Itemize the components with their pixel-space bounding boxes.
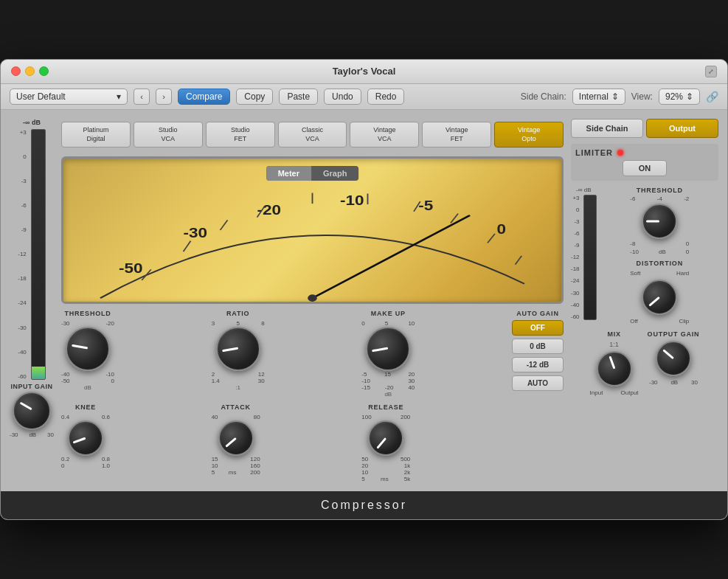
threshold-section: THRESHOLD -30-20 -40-10 -500 dB	[61, 310, 114, 398]
knee-label: KNEE	[75, 403, 96, 411]
title-bar-left	[11, 66, 49, 76]
dist-soft-label: Soft	[630, 270, 640, 277]
release-section: RELEASE 100200 50500 201k 102	[361, 403, 410, 482]
copy-button[interactable]: Copy	[236, 89, 273, 105]
right-meter-controls: -∞ dB +3 0 -3 -6 -9 -12 -18 -24 -30	[571, 187, 718, 325]
auto-gain-label: AUTO GAIN	[516, 310, 559, 317]
graph-tab[interactable]: Graph	[311, 166, 358, 181]
nav-back-button[interactable]: ‹	[134, 89, 150, 105]
preset-value: User Default	[16, 91, 66, 102]
model-platinum-digital[interactable]: PlatinumDigital	[61, 122, 131, 148]
plugin-name: Compressor	[321, 499, 407, 511]
input-vu-bar	[32, 367, 45, 379]
dist-clip-label: Clip	[679, 318, 690, 325]
threshold-knob[interactable]	[66, 327, 110, 371]
link-icon[interactable]: 🔗	[706, 91, 718, 103]
svg-line-16	[313, 216, 470, 299]
svg-line-15	[516, 256, 522, 265]
distortion-knob[interactable]	[642, 280, 677, 315]
svg-text:0: 0	[497, 222, 507, 236]
auto-btn[interactable]: AUTO	[512, 375, 564, 391]
controls-row-1: THRESHOLD -30-20 -40-10 -500 dB	[61, 310, 564, 398]
model-selector: PlatinumDigital StudioVCA StudioFET Clas…	[61, 119, 564, 150]
attack-section: ATTACK 4080 15120 10160 5ms20	[212, 403, 260, 482]
vu-display: Meter Graph -50 -30	[61, 156, 564, 304]
output-button[interactable]: Output	[646, 119, 718, 138]
release-label: RELEASE	[368, 403, 403, 411]
mix-section: MIX 1:1 Input Output	[590, 330, 639, 396]
model-vintage-vca[interactable]: VintageVCA	[350, 122, 419, 148]
input-gain-section: INPUT GAIN -30 dB 30	[10, 383, 54, 438]
input-gain-knob[interactable]	[13, 392, 51, 430]
view-value-display[interactable]: 92% ⇕	[659, 89, 700, 105]
toolbar: User Default ▾ ‹ › Compare Copy Paste Un…	[1, 84, 727, 110]
model-classic-vca[interactable]: ClassicVCA	[278, 122, 347, 148]
svg-line-7	[184, 241, 191, 252]
mix-knob[interactable]	[597, 351, 632, 386]
attack-knob[interactable]	[218, 420, 254, 456]
view-percentage: 92%	[665, 91, 683, 102]
right-vu-meter	[583, 195, 597, 320]
chevron-down-icon: ▾	[117, 91, 121, 102]
main-body: -∞ dB +3 0 -3 -6 -9 -12 -18 -24 -30 -40 …	[1, 110, 727, 491]
output-gain-knob[interactable]	[656, 341, 691, 376]
attack-label: ATTACK	[221, 403, 250, 411]
sidechain-dropdown[interactable]: Internal ⇕	[572, 89, 625, 105]
svg-text:-30: -30	[184, 226, 208, 240]
preset-dropdown[interactable]: User Default ▾	[10, 89, 128, 105]
auto-gain-0db-button[interactable]: 0 dB	[512, 339, 564, 354]
input-gain-scale: -30 dB 30	[10, 431, 54, 438]
knee-knob[interactable]	[68, 420, 103, 456]
close-button[interactable]	[11, 66, 21, 76]
knee-section: KNEE 0.40.6 0.20.8 01.0	[61, 403, 110, 482]
limiter-section: LIMITER ON	[571, 144, 718, 181]
output-gain-section: OUTPUT GAIN -30 dB 30	[648, 330, 700, 396]
model-studio-fet[interactable]: StudioFET	[206, 122, 275, 148]
model-vintage-opto[interactable]: VintageOpto	[494, 122, 564, 148]
title-bar: Taylor's Vocal ⤢	[1, 60, 727, 84]
ratio-knob[interactable]	[216, 327, 260, 371]
limiter-led	[617, 150, 623, 156]
distortion-section: DISTORTION Soft Hard Off Clip	[601, 260, 718, 325]
auto-gain-12db-button[interactable]: -12 dB	[512, 357, 564, 372]
right-threshold-section: THRESHOLD -6-4-2 -80 -10dB0	[601, 187, 718, 255]
makeup-section: MAKE UP 0510 -51520 -1030 -15	[361, 310, 415, 398]
expand-button[interactable]: ⤢	[705, 66, 717, 77]
mix-output-row: MIX 1:1 Input Output OUTPUT GAIN -30 dB …	[571, 330, 718, 396]
release-knob[interactable]	[368, 420, 403, 456]
compare-button[interactable]: Compare	[178, 89, 230, 105]
input-gain-label: INPUT GAIN	[10, 383, 52, 390]
minimize-button[interactable]	[25, 66, 35, 76]
title-bar-right: ⤢	[705, 66, 717, 77]
sidechain-value: Internal	[579, 91, 609, 102]
meter-tab[interactable]: Meter	[266, 166, 311, 181]
redo-button[interactable]: Redo	[367, 89, 405, 105]
svg-point-17	[308, 294, 317, 302]
center-panel: PlatinumDigital StudioVCA StudioFET Clas…	[61, 119, 564, 482]
sidechain-label: Side Chain:	[521, 91, 566, 102]
right-vu-section: -∞ dB +3 0 -3 -6 -9 -12 -18 -24 -30	[571, 187, 597, 325]
model-studio-vca[interactable]: StudioVCA	[134, 122, 203, 148]
model-vintage-fet[interactable]: VintageFET	[422, 122, 491, 148]
maximize-button[interactable]	[39, 66, 49, 76]
traffic-lights	[11, 66, 49, 76]
bottom-bar: Compressor	[1, 491, 727, 519]
sidechain-button[interactable]: Side Chain	[571, 119, 643, 138]
ratio-section: RATIO 358 212 1.430 :1	[212, 310, 265, 398]
limiter-on-button[interactable]: ON	[623, 160, 667, 176]
svg-line-6	[142, 270, 151, 281]
svg-text:-50: -50	[119, 262, 143, 276]
makeup-label: MAKE UP	[371, 310, 406, 317]
limiter-label: LIMITER	[575, 148, 613, 157]
makeup-knob[interactable]	[366, 327, 410, 371]
nav-forward-button[interactable]: ›	[156, 89, 172, 105]
right-threshold-knob[interactable]	[642, 204, 677, 239]
auto-gain-off-button[interactable]: OFF	[512, 320, 564, 336]
ratio-label: RATIO	[226, 310, 249, 317]
meter-graph-tabs: Meter Graph	[266, 166, 359, 181]
right-panel: Side Chain Output LIMITER ON -∞ dB	[571, 119, 718, 482]
undo-button[interactable]: Undo	[324, 89, 361, 105]
paste-button[interactable]: Paste	[279, 89, 318, 105]
right-vu-top-label: -∞ dB	[576, 187, 591, 193]
input-vu-meter	[31, 129, 46, 380]
